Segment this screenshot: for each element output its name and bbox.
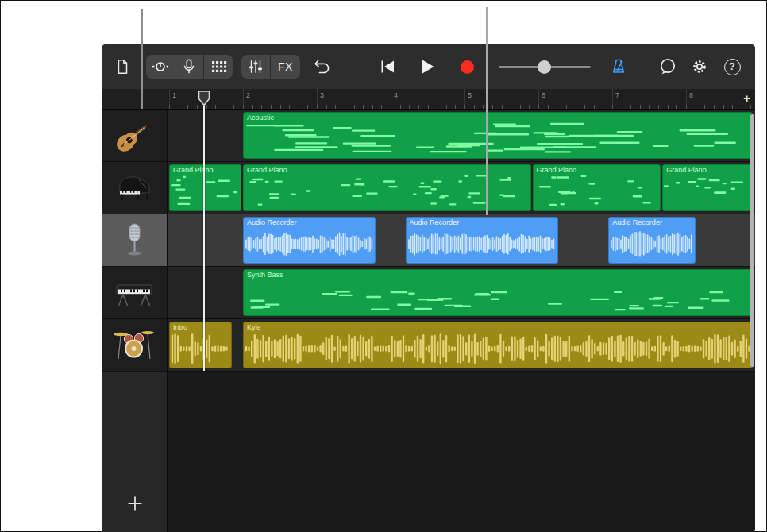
mixer-sliders-button[interactable] — [241, 55, 270, 79]
region-acoustic[interactable]: Acoustic — [243, 112, 753, 159]
track-header-synth-bass[interactable] — [102, 267, 168, 319]
track-controls-button[interactable] — [146, 55, 175, 79]
grid-view-button[interactable] — [204, 55, 233, 79]
callout-line-audio-region — [486, 7, 488, 215]
ruler-tick — [576, 105, 576, 109]
ruler-tick — [326, 105, 327, 109]
ruler-tick — [261, 105, 262, 109]
figure-canvas: FX — [0, 0, 767, 532]
ruler-tick — [418, 105, 419, 109]
toolbar: FX — [102, 44, 755, 89]
record-button[interactable] — [456, 56, 478, 78]
add-bars-button[interactable]: + — [743, 91, 750, 105]
ruler-tick — [225, 105, 225, 109]
instrument-view-button[interactable] — [175, 55, 204, 79]
ruler-tick — [511, 105, 511, 109]
region-synth-bass[interactable]: Synth Bass — [243, 269, 753, 316]
ruler-tick — [630, 105, 631, 109]
callout-line-track-headers — [141, 9, 143, 109]
track-row-audio-recorder: Audio RecorderAudio RecorderAudio Record… — [102, 214, 755, 267]
track-row-drums: IntroKyle — [102, 319, 755, 372]
ruler-tick — [215, 105, 216, 109]
ruler-bar-number: 2 — [246, 91, 250, 99]
region-label: Grand Piano — [247, 166, 287, 174]
playhead-marker[interactable] — [198, 91, 210, 106]
ruler-bar-number: 1 — [172, 91, 176, 99]
ruler-tick — [668, 105, 669, 109]
ruler-tick — [233, 105, 234, 109]
help-button[interactable]: ? — [720, 56, 744, 78]
region-label: Audio Recorder — [410, 218, 460, 226]
region-audio-recorder[interactable]: Audio Recorder — [608, 217, 696, 264]
track-header-acoustic-guitar[interactable] — [102, 110, 168, 162]
ruler-tick — [428, 105, 429, 109]
region-art — [243, 322, 753, 368]
metronome-button[interactable] — [607, 55, 630, 79]
region-grand-piano[interactable]: Grand Piano — [533, 164, 661, 211]
region-audio-recorder[interactable]: Audio Recorder — [406, 217, 559, 264]
ruler-tick — [714, 105, 715, 109]
rewind-icon — [378, 57, 397, 76]
settings-button[interactable] — [688, 55, 711, 79]
ruler-bar-number: 8 — [689, 91, 693, 99]
volume-slider[interactable] — [499, 59, 591, 75]
ruler-tick — [723, 105, 724, 109]
region-label: Grand Piano — [537, 166, 577, 174]
track-lane-grand-piano[interactable]: Grand PianoGrand PianoGrand PianoGrand P… — [168, 162, 755, 214]
play-button[interactable] — [415, 56, 439, 78]
ruler-tick — [289, 105, 290, 109]
track-header-grand-piano[interactable] — [102, 162, 168, 214]
ruler-tick — [391, 105, 391, 109]
ruler-tick — [538, 105, 539, 109]
region-intro[interactable]: Intro — [169, 322, 232, 368]
region-label: Audio Recorder — [612, 218, 662, 226]
undo-icon — [313, 57, 332, 76]
track-header-drums[interactable] — [102, 319, 168, 372]
empty-lane-area[interactable] — [168, 372, 755, 532]
track-lane-audio-recorder[interactable]: Audio RecorderAudio RecorderAudio Record… — [168, 214, 755, 267]
ruler-tick — [529, 105, 530, 109]
ruler-tick — [584, 105, 585, 109]
fx-button[interactable]: FX — [271, 55, 300, 79]
region-audio-recorder[interactable]: Audio Recorder — [243, 217, 376, 264]
ruler-tick — [492, 105, 493, 109]
ruler-tick — [179, 105, 179, 109]
playhead-line — [203, 106, 205, 371]
comments-button[interactable] — [656, 55, 680, 79]
ruler-tick — [622, 105, 622, 109]
track-lane-drums[interactable]: IntroKyle — [168, 319, 755, 372]
region-kyle[interactable]: Kyle — [243, 322, 753, 368]
rewind-button[interactable] — [376, 56, 399, 78]
ruler-bar-number: 3 — [320, 91, 324, 99]
fx-label: FX — [278, 60, 293, 73]
ruler-tick — [409, 105, 410, 109]
ruler-tick — [557, 105, 557, 109]
ruler-tick — [520, 105, 521, 109]
ruler-tick — [381, 105, 382, 109]
track-lane-acoustic-guitar[interactable]: Acoustic — [168, 110, 755, 162]
track-row-acoustic-guitar: Acoustic — [102, 110, 755, 162]
undo-button[interactable] — [310, 56, 334, 78]
region-grand-piano[interactable]: Grand Piano — [243, 164, 531, 211]
track-header-audio-recorder[interactable] — [102, 214, 168, 267]
documents-button[interactable] — [111, 56, 133, 78]
ruler-tick — [474, 105, 475, 109]
add-track-button[interactable] — [119, 488, 151, 519]
region-grand-piano[interactable]: Grand Piano — [169, 164, 241, 211]
ruler-bar-number: 4 — [394, 91, 398, 99]
ruler-tick — [307, 105, 308, 109]
region-art — [243, 112, 753, 159]
volume-thumb[interactable] — [538, 60, 551, 74]
track-lane-synth-bass[interactable]: Synth Bass — [168, 267, 755, 319]
grand-piano-icon — [111, 168, 157, 208]
ruler-bar-number: 5 — [468, 91, 472, 99]
ruler-bar-number: 7 — [615, 91, 619, 99]
ruler-tick — [750, 105, 751, 109]
ruler-tick — [437, 105, 437, 109]
ruler-tick — [649, 105, 650, 109]
vertical-scrollbar[interactable] — [750, 114, 754, 367]
region-label: Acoustic — [247, 114, 274, 121]
ruler-tick — [455, 105, 456, 109]
region-grand-piano[interactable]: Grand Piano — [662, 164, 752, 211]
ruler-tick — [566, 105, 567, 109]
